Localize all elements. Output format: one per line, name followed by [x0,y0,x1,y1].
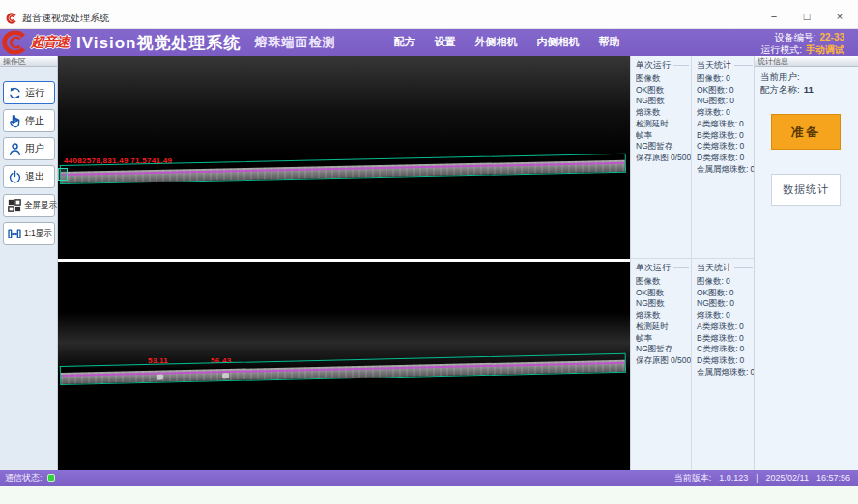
single-run-stat-row: 熔珠数 [636,310,689,322]
single-run-stat-row: 保存原图0/500 [636,355,689,367]
single-run-stat-row: NG图数 [636,96,689,107]
recipe-name-value: 11 [804,84,814,95]
menu-item[interactable]: 内侧相机 [536,35,579,49]
run-mode-value: 手动调试 [806,44,844,55]
single-run-stat-row: 图像数 [636,276,689,288]
user-button-label: 用户 [25,142,44,155]
data-statistics-button[interactable]: 数据统计 [771,174,841,206]
daily-stat-row: 金属屑熔珠数:0 [697,367,753,378]
prepare-button[interactable]: 准备 [771,114,841,150]
single-run-stat-row: 帧率 [636,333,689,345]
daily-stat-row: NG图数:0 [697,298,753,310]
strip-mark-1 [157,375,163,380]
statistics-columns: 单次运行 图像数OK图数NG图数熔珠数检测延时帧率NG图暂存保存原图0/500 … [630,56,754,470]
info-panel: 统计信息 当前用户: 配方名称:11 准备 数据统计 [754,56,858,470]
single-run-stat-row: 帧率 [636,130,689,142]
user-icon [8,142,22,156]
exit-button-label: 退出 [25,170,44,183]
daily-stat-row: B类熔珠数:0 [697,333,753,345]
daily-stat-row: 熔珠数:0 [697,107,753,119]
camera-top-haze [58,56,630,157]
brand-name: 超音速 [31,34,69,51]
daily-stat-row: B类熔珠数:0 [697,130,753,142]
single-run-stat-row: OK图数 [636,85,689,97]
daily-stats-title: 当天统计 [697,59,753,71]
single-run-title: 单次运行 [636,59,689,71]
fullscreen-button[interactable]: 全屏显示 [3,194,55,217]
stop-hand-icon [8,114,22,128]
single-run-stat-row: NG图暂存 [636,141,689,153]
app-header: 超音速 IVision视觉处理系统 熔珠端面检测 配方设置外侧相机内侧相机帮助 … [0,29,858,56]
close-icon[interactable]: × [831,10,848,23]
brand: 超音速 [0,29,69,56]
stop-button[interactable]: 停止 [3,109,55,132]
exit-button[interactable]: 退出 [3,165,55,188]
menu-item[interactable]: 帮助 [598,35,619,49]
strip-mark-2 [222,373,229,378]
single-run-title: 单次运行 [636,262,689,274]
single-run-stat-row: NG图数 [636,298,689,310]
stats-group-bottom: 单次运行 图像数OK图数NG图数熔珠数检测延时帧率NG图暂存保存原图0/500 … [631,259,755,470]
one-to-one-button-label: 1:1显示 [24,228,52,239]
version-value: 1.0.123 [719,473,748,483]
brand-swirl-icon [0,30,29,55]
daily-stat-row: A类熔珠数:0 [697,119,753,130]
daily-stat-row: 金属屑熔珠数:0 [697,164,753,176]
single-run-stat-row: OK图数 [636,288,689,299]
user-button[interactable]: 用户 [3,137,55,160]
single-run-stat-row: NG图暂存 [636,344,689,355]
daily-stat-row: 图像数:0 [697,73,753,85]
sidebar-title: 操作区 [0,56,57,67]
device-id-label: 设备编号: [775,32,816,42]
run-button[interactable]: 运行 [3,81,55,104]
run-button-label: 运行 [25,86,44,99]
daily-stat-row: A类熔珠数:0 [697,322,753,333]
menu-item[interactable]: 设置 [434,35,455,49]
info-panel-title: 统计信息 [755,56,858,67]
app-title: IVision视觉处理系统 [76,32,241,54]
daily-stat-row: D类熔珠数:0 [697,355,753,367]
header-info: 设备编号:22-33 运行模式:手动调试 [760,31,844,56]
desktop-strip [0,486,858,504]
menu-bar: 配方设置外侧相机内侧相机帮助 [393,35,619,56]
single-run-stat-row: 保存原图0/500 [636,153,689,164]
status-date: 2025/02/11 [766,473,809,483]
app-logo-icon [6,13,17,24]
exit-power-icon [8,170,22,184]
fullscreen-button-label: 全屏显示 [24,200,57,211]
status-separator: | [756,473,758,483]
one-to-one-button[interactable]: 1:1显示 [3,222,55,245]
sidebar-operations: 操作区 运行 停止 用户 [0,56,58,470]
app-subtitle: 熔珠端面检测 [254,34,335,51]
window-title: 超音速视觉处理系统 [22,12,109,25]
daily-stat-row: OK图数:0 [697,288,753,299]
daily-stat-row: D类熔珠数:0 [697,153,753,164]
one-to-one-icon [8,227,21,240]
daily-stat-row: NG图数:0 [697,96,753,107]
daily-stat-row: C类熔珠数:0 [697,141,753,153]
daily-stat-row: C类熔珠数:0 [697,344,753,355]
stats-group-top: 单次运行 图像数OK图数NG图数熔珠数检测延时帧率NG图暂存保存原图0/500 … [631,56,755,259]
status-bar: 通信状态: 当前版本: 1.0.123 | 2025/02/11 16:57:5… [0,470,858,486]
minimize-icon[interactable]: − [765,10,783,23]
camera-view-top: 44082578,831.49 71.5741.49 [58,56,630,259]
run-mode-label: 运行模式: [760,44,802,55]
menu-item[interactable]: 配方 [393,35,415,49]
comm-status-indicator [47,474,55,482]
daily-stat-row: 图像数:0 [697,276,753,288]
restore-icon[interactable]: □ [798,10,815,23]
stop-button-label: 停止 [25,114,44,127]
daily-stat-row: 熔珠数:0 [697,310,753,322]
daily-stats-title: 当天统计 [697,262,753,274]
comm-status-label: 通信状态: [5,472,43,485]
single-run-stat-row: 图像数 [636,73,689,85]
fullscreen-grid-icon [8,199,21,212]
edge-marker-box [58,168,68,181]
title-bar: 超音速视觉处理系统 − □ × [0,0,858,29]
status-time: 16:57:56 [816,473,850,483]
recipe-name-label: 配方名称: [760,84,800,95]
daily-stat-row: OK图数:0 [697,85,753,97]
menu-item[interactable]: 外侧相机 [474,35,517,49]
run-sync-icon [8,86,22,100]
single-run-stat-row: 检测延时 [636,119,689,130]
